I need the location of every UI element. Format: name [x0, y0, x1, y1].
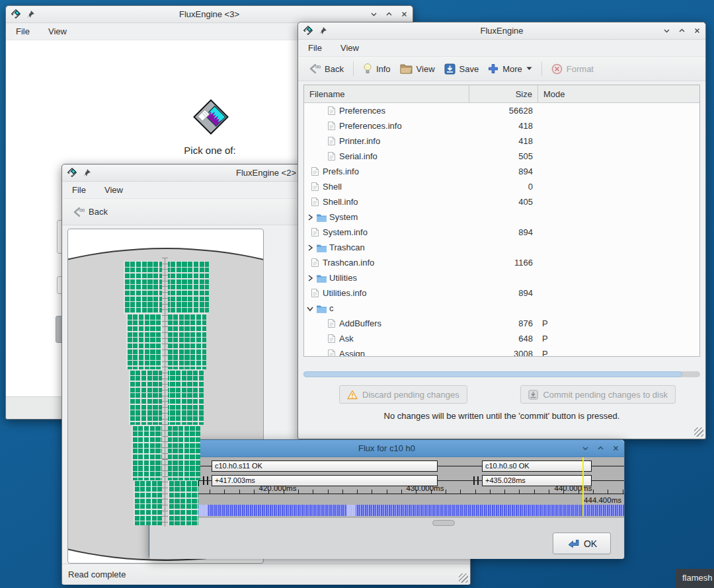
table-row[interactable]: System: [304, 209, 699, 225]
size-cell: 418: [469, 136, 538, 146]
menu-file[interactable]: File: [69, 184, 89, 196]
menu-view[interactable]: View: [102, 184, 126, 196]
format-icon: [551, 63, 563, 75]
minimize-icon[interactable]: [370, 11, 377, 18]
more-button[interactable]: More: [483, 60, 537, 77]
collapse-chevron-icon[interactable]: [306, 305, 314, 312]
resize-grip[interactable]: [694, 427, 703, 437]
pin-icon[interactable]: [319, 27, 327, 34]
table-row[interactable]: System.info894: [304, 225, 699, 240]
table-row[interactable]: Utilities: [304, 270, 699, 285]
column-header-mode[interactable]: Mode: [538, 85, 699, 102]
pin-icon[interactable]: [27, 11, 34, 18]
maximize-icon[interactable]: [385, 11, 393, 18]
format-button[interactable]: Format: [547, 60, 598, 78]
resize-grip[interactable]: [459, 573, 468, 583]
back-icon: [308, 63, 321, 75]
filename-text: Assign: [339, 349, 365, 356]
toolbar-separator: [353, 61, 354, 76]
filename-text: Prefs.info: [323, 166, 359, 176]
menu-view[interactable]: View: [338, 42, 362, 54]
horizontal-scrollbar[interactable]: [303, 371, 700, 377]
close-icon[interactable]: [612, 445, 619, 452]
column-header-size[interactable]: Size: [469, 85, 538, 102]
fluxengine-logo-icon: [11, 9, 22, 20]
table-row[interactable]: Shell.info405: [304, 194, 699, 209]
table-row[interactable]: Prefs.info894: [304, 164, 699, 179]
table-row[interactable]: Preferences56628: [304, 103, 699, 118]
document-icon: [327, 318, 336, 328]
ok-button[interactable]: OK: [553, 533, 611, 554]
filename-cell: Shell.info: [304, 197, 469, 207]
table-row[interactable]: AddBuffers876P: [304, 316, 699, 331]
document-icon: [327, 349, 336, 356]
commit-changes-button[interactable]: Commit pending changes to disk: [520, 385, 676, 404]
minimize-icon[interactable]: [582, 445, 589, 452]
flux-band-gap: [346, 505, 356, 516]
back-button[interactable]: Back: [303, 59, 348, 78]
filename-cell: Printer.info: [304, 136, 469, 146]
table-row[interactable]: Trashcan: [304, 240, 699, 255]
format-label: Format: [567, 64, 594, 74]
table-row[interactable]: Ask648P: [304, 331, 699, 346]
close-icon[interactable]: [401, 11, 408, 18]
maximize-icon[interactable]: [597, 445, 604, 452]
maximize-icon[interactable]: [678, 27, 686, 34]
filename-cell: Preferences.info: [304, 121, 469, 131]
table-row[interactable]: Serial.info505: [304, 149, 699, 164]
table-row[interactable]: Preferences.info418: [304, 118, 699, 133]
titlebar[interactable]: FluxEngine: [298, 22, 705, 40]
close-icon[interactable]: [694, 27, 701, 34]
menu-file[interactable]: File: [13, 25, 32, 38]
size-cell: 3008: [469, 349, 538, 356]
menu-view[interactable]: View: [46, 25, 69, 38]
warning-icon: [347, 390, 358, 400]
table-row[interactable]: Printer.info418: [304, 133, 699, 149]
filename-cell: Ask: [304, 334, 469, 344]
back-button[interactable]: Back: [67, 203, 112, 221]
dropdown-caret-icon: [526, 67, 532, 71]
scrollbar-thumb[interactable]: [303, 371, 682, 377]
discard-changes-button[interactable]: Discard pending changes: [339, 385, 467, 404]
info-icon: [363, 63, 372, 75]
scrollbar-thumb[interactable]: [432, 520, 455, 526]
filename-text: Ask: [339, 334, 354, 344]
filename-cell: System: [304, 212, 469, 222]
info-button[interactable]: Info: [358, 59, 395, 78]
table-row[interactable]: Trashcan.info1166: [304, 255, 699, 270]
filename-text: c: [329, 303, 334, 313]
file-table-body: Preferences56628Preferences.info418Print…: [304, 103, 699, 356]
size-cell: 894: [469, 166, 538, 176]
back-label: Back: [325, 64, 344, 74]
ok-arrow-icon: [567, 538, 580, 549]
expand-chevron-icon[interactable]: [306, 274, 314, 282]
save-button[interactable]: Save: [440, 60, 484, 78]
expand-chevron-icon[interactable]: [306, 213, 314, 221]
sector-label: c10.h0.s0 OK: [485, 462, 530, 470]
expand-chevron-icon[interactable]: [306, 244, 314, 252]
folder-icon: [316, 213, 327, 222]
table-row[interactable]: Shell0: [304, 179, 699, 194]
filename-text: Printer.info: [339, 136, 380, 146]
status-text: Read complete: [68, 570, 126, 579]
filename-cell: AddBuffers: [304, 318, 469, 328]
axis-end-label: 444.400ms: [584, 496, 621, 504]
size-cell: 876: [469, 318, 538, 328]
table-row[interactable]: Assign3008P: [304, 346, 699, 356]
mode-cell: P: [538, 334, 699, 344]
view-button[interactable]: View: [395, 60, 440, 77]
fluxengine-logo-icon: [303, 25, 314, 36]
minimize-icon[interactable]: [663, 27, 670, 34]
filename-text: AddBuffers: [339, 318, 381, 328]
table-row[interactable]: Utilities.info894: [304, 285, 699, 301]
menu-file[interactable]: File: [305, 42, 325, 54]
document-icon: [311, 182, 319, 192]
filename-text: Trashcan: [329, 242, 365, 252]
size-cell: 505: [469, 151, 538, 161]
size-cell: 56628: [469, 106, 538, 116]
pin-icon[interactable]: [83, 169, 91, 176]
column-header-filename[interactable]: Filename: [304, 85, 469, 102]
titlebar[interactable]: FluxEngine <3>: [6, 6, 413, 23]
axis-tick-label: 430.000ms: [407, 484, 444, 492]
table-row[interactable]: c: [304, 301, 699, 316]
